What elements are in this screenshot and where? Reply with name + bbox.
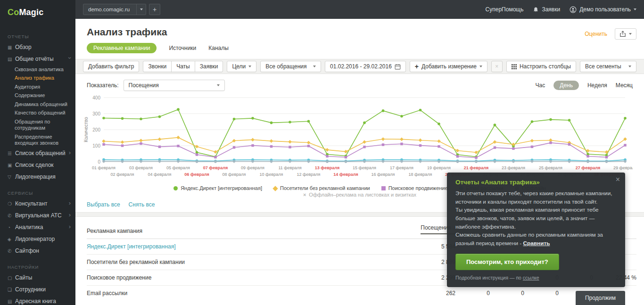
- legend-item[interactable]: Поисковое продвижение: [381, 185, 448, 191]
- employees-icon: ❏: [8, 287, 15, 293]
- domain-selector[interactable]: demo.comagic.ru: [83, 4, 146, 15]
- svg-text:01 февраля: 01 февраля: [92, 165, 116, 170]
- legend-item[interactable]: ×Оффлайн–реклама на листовках и визитках: [303, 192, 416, 198]
- analytics-icon: ◔: [8, 224, 15, 231]
- sidebar-subitem[interactable]: Аудитория: [0, 82, 75, 91]
- topbar: demo.comagic.ru + СуперПомощь Заявки Дем…: [75, 0, 644, 19]
- chevron-down-icon: ›: [66, 57, 73, 59]
- sidebar-item[interactable]: ❏Сотрудники: [0, 284, 75, 296]
- rate-link[interactable]: Оценить: [585, 31, 607, 37]
- svg-text:16 февраля: 16 февраля: [372, 172, 395, 177]
- export-button[interactable]: [615, 28, 636, 40]
- sidebar-item[interactable]: ◔Аналитика›: [0, 222, 75, 233]
- lets-see-button[interactable]: Посмотрим, кто приходит?: [455, 254, 559, 270]
- configure-columns-button[interactable]: Настроить столбцы: [506, 61, 576, 72]
- granularity-option[interactable]: Час: [536, 82, 545, 89]
- filter-toggle-button[interactable]: Заявки: [195, 61, 223, 72]
- metric-select[interactable]: Посещения: [124, 80, 225, 91]
- campaign-name: Поисковое продвижение: [87, 274, 394, 281]
- sidebar-subitem[interactable]: Анализ трафика: [0, 74, 75, 83]
- legend-marker-icon: [173, 186, 178, 190]
- sidebar-item-label: Виртуальная АТС: [15, 212, 62, 219]
- svg-text:27 февраля: 27 февраля: [576, 165, 600, 170]
- address-book-icon: ▤: [8, 298, 15, 305]
- sidebar-item[interactable]: ▣Список сделок: [0, 159, 75, 171]
- sidebar-item[interactable]: ▦Обзор: [0, 41, 75, 53]
- svg-text:11 февраля: 11 февраля: [278, 165, 301, 170]
- chevron-right-icon: ›: [69, 200, 71, 206]
- remove-dimension-button: ×: [491, 61, 503, 72]
- popup-text: Сможешь сравнить данные по рекламным кам…: [455, 231, 617, 247]
- filter-toggle-button[interactable]: Звонки: [143, 61, 172, 72]
- campaign-link[interactable]: Яндекс.Директ [интегрированная]: [87, 243, 394, 250]
- sidebar-item-label: Список сделок: [15, 162, 54, 168]
- sidebar-subitem[interactable]: Обращения по сотрудникам: [0, 117, 75, 132]
- svg-text:23 февраля: 23 февраля: [502, 165, 525, 170]
- sidebar-item[interactable]: ✆Сайтфон: [0, 245, 75, 257]
- superhelp-link[interactable]: СуперПомощь: [486, 6, 524, 13]
- metric-label: Показатель:: [87, 82, 119, 89]
- legend-label: Поисковое продвижение: [388, 185, 448, 191]
- svg-text:02 февраля: 02 февраля: [111, 172, 134, 177]
- requests-menu[interactable]: Заявки: [533, 6, 560, 13]
- column-header-visits[interactable]: Посещения↓: [394, 224, 455, 234]
- contacts-select-value: Все обращения: [265, 63, 306, 70]
- page-header: Анализ трафика Рекламные кампанииИсточни…: [75, 19, 644, 59]
- legend-label: Оффлайн–реклама на листовках и визитках: [309, 192, 416, 198]
- sidebar-subitem[interactable]: Качество обращений: [0, 109, 75, 118]
- sidebar-subitem[interactable]: Распределение входящих звонков: [0, 132, 75, 148]
- contacts-select[interactable]: Все обращения: [260, 61, 321, 72]
- select-all-link[interactable]: Выбрать все: [87, 201, 120, 208]
- deselect-all-link[interactable]: Снять все: [129, 201, 155, 208]
- compare-link[interactable]: Сравнить: [523, 240, 550, 247]
- sidebar-item-label: Список обращений: [15, 150, 66, 157]
- add-dimension-button[interactable]: + Добавить измерение: [410, 61, 487, 72]
- user-menu[interactable]: Демо пользователь: [570, 6, 636, 13]
- granularity-option[interactable]: Неделя: [587, 82, 607, 89]
- tab[interactable]: Рекламные кампании: [87, 43, 157, 53]
- sidebar-item[interactable]: ▤Общие отчёты›: [0, 53, 75, 65]
- campaign-name: Email рассылки: [87, 290, 394, 297]
- sidebar-item[interactable]: ▽Лидогенерация: [0, 171, 75, 183]
- table-cell: 0: [490, 290, 524, 297]
- svg-text:300: 300: [92, 111, 100, 116]
- sidebar-nav: ОТЧЕТЫ▦Обзор▤Общие отчёты›Сквозная анали…: [0, 26, 75, 305]
- sidebar-item[interactable]: ☰Список обращений›: [0, 148, 75, 159]
- filter-toggle-button[interactable]: Чаты: [171, 61, 195, 72]
- instruction-link[interactable]: ссылке: [523, 275, 539, 280]
- sidebar-item[interactable]: ❍Консультант›: [0, 198, 75, 210]
- sidebar-item[interactable]: ✆Виртуальная АТС›: [0, 210, 75, 222]
- sidebar-item-label: Лидогенератор: [15, 236, 55, 242]
- goals-button[interactable]: Цели: [227, 61, 256, 72]
- column-header-campaign[interactable]: Рекламная кампания: [87, 228, 394, 234]
- sidebar-subitem[interactable]: Сквозная аналитика: [0, 65, 75, 74]
- comagic-logo[interactable]: CoMagic: [0, 0, 75, 26]
- granularity-option[interactable]: День: [553, 81, 579, 90]
- table-row: Email рассылки2620000: [87, 285, 636, 301]
- date-range-picker[interactable]: 01.02.2016 - 29.02.2016: [325, 61, 406, 72]
- sidebar-item[interactable]: ▢Сайты: [0, 272, 75, 284]
- chevron-down-icon: [634, 8, 636, 10]
- close-icon[interactable]: ×: [616, 175, 620, 184]
- page-title: Анализ трафика: [87, 26, 636, 38]
- continue-button[interactable]: Продолжим: [576, 291, 625, 305]
- svg-text:400: 400: [92, 95, 100, 100]
- legend-item[interactable]: Яндекс.Директ [интегрированная]: [173, 185, 262, 191]
- sidebar-item-label: Аналитика: [15, 224, 43, 231]
- sidebar-subitem[interactable]: Содержание: [0, 91, 75, 100]
- sidebar-subitem[interactable]: Динамика обращений: [0, 100, 75, 109]
- sidebar-item[interactable]: ▤Адресная книга: [0, 296, 75, 305]
- sidebar-item[interactable]: ◈Лидогенератор: [0, 233, 75, 245]
- tab[interactable]: Источники: [169, 45, 196, 51]
- legend-label: Яндекс.Директ [интегрированная]: [181, 185, 262, 191]
- add-dimension-label: Добавить измерение: [421, 63, 477, 70]
- add-site-button[interactable]: +: [149, 4, 160, 15]
- legend-item[interactable]: Посетители без рекламной кампании: [273, 185, 370, 191]
- sidebar-section-header: СЕРВИСЫ: [0, 183, 75, 198]
- segments-select[interactable]: Все сегменты: [580, 61, 636, 72]
- tab[interactable]: Каналы: [208, 45, 229, 51]
- add-filter-button[interactable]: Добавить фильтр: [83, 61, 139, 72]
- sidebar-item-label: Сайты: [15, 274, 32, 281]
- chevron-down-icon: [136, 4, 146, 15]
- granularity-option[interactable]: Месяц: [616, 82, 633, 89]
